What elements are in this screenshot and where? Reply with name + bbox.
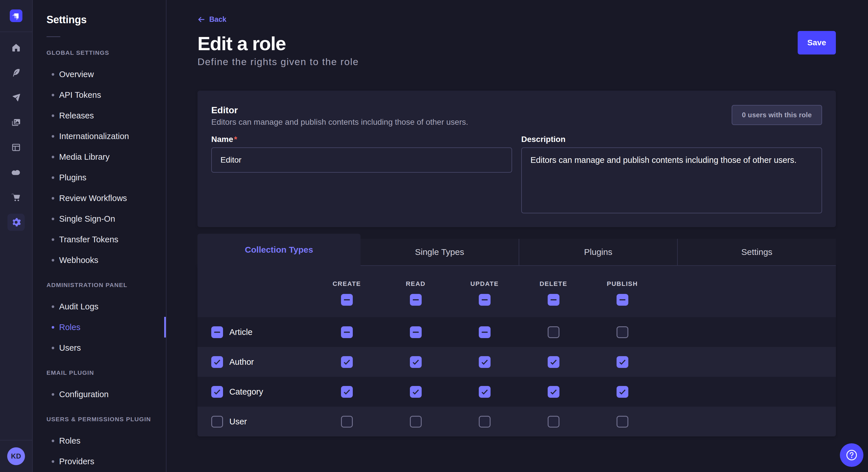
author-publish-checkbox[interactable] (617, 356, 628, 368)
role-description-text: Editors can manage and publish contents … (211, 117, 468, 127)
sidebar-item-review-workflows[interactable]: Review Workflows (33, 188, 166, 208)
avatar[interactable]: KD (7, 447, 25, 465)
sidebar-item-label: Providers (59, 457, 94, 466)
article-delete-checkbox[interactable] (548, 326, 559, 338)
bullet-dot (52, 238, 54, 241)
author-create-checkbox[interactable] (341, 356, 353, 368)
column-header-publish: PUBLISH (607, 279, 638, 288)
sidebar-item-label: Overview (59, 70, 94, 79)
save-button[interactable]: Save (798, 31, 836, 55)
bullet-dot (52, 393, 54, 396)
sidebar-item-plugins[interactable]: Plugins (33, 167, 166, 188)
author-update-checkbox[interactable] (479, 356, 491, 368)
category-delete-checkbox[interactable] (548, 386, 559, 398)
deploy-cloud-icon[interactable] (7, 164, 25, 181)
sidebar-item-overview[interactable]: Overview (33, 64, 166, 85)
strapi-logo[interactable] (10, 9, 22, 22)
bullet-dot (52, 197, 54, 200)
bullet-dot (52, 73, 54, 76)
title-row: Edit a role Save (197, 32, 836, 55)
select-row-article-checkbox[interactable] (211, 326, 223, 338)
select-row-author-checkbox[interactable] (211, 356, 223, 368)
permissions-section: Collection TypesSingle TypesPluginsSetti… (197, 234, 836, 436)
nav-section-label: EMAIL PLUGIN (33, 369, 166, 377)
content-type-builder-icon[interactable] (7, 139, 25, 156)
category-read-checkbox[interactable] (410, 386, 422, 398)
profile-section: KD (0, 440, 32, 472)
user-delete-checkbox[interactable] (548, 416, 559, 428)
category-publish-checkbox[interactable] (617, 386, 628, 398)
bullet-dot (52, 305, 54, 308)
subnav-title: Settings (46, 13, 166, 26)
user-create-checkbox[interactable] (341, 416, 353, 428)
marketplace-cart-icon[interactable] (7, 189, 25, 206)
article-update-checkbox[interactable] (479, 326, 491, 338)
description-field: Description (521, 134, 822, 213)
nav-section-label: ADMINISTRATION PANEL (33, 281, 166, 289)
select-row-category-checkbox[interactable] (211, 386, 223, 398)
sidebar-item-single-sign-on[interactable]: Single Sign-On (33, 208, 166, 229)
article-publish-checkbox[interactable] (617, 326, 628, 338)
tab-plugins[interactable]: Plugins (519, 239, 677, 266)
users-with-role-button[interactable]: 0 users with this role (732, 105, 822, 125)
home-icon[interactable] (7, 39, 25, 56)
bullet-dot (52, 347, 54, 349)
help-button[interactable] (840, 443, 863, 467)
sidebar-item-users[interactable]: Users (33, 338, 166, 358)
bullet-dot (52, 326, 54, 329)
name-input[interactable] (211, 147, 512, 173)
tab-single-types[interactable]: Single Types (361, 239, 519, 266)
settings-gear-icon[interactable] (7, 214, 25, 231)
user-read-checkbox[interactable] (410, 416, 422, 428)
user-update-checkbox[interactable] (479, 416, 491, 428)
bullet-dot (52, 217, 54, 220)
bullet-dot (52, 176, 54, 179)
sidebar-item-label: Roles (59, 323, 81, 332)
select-all-read-checkbox[interactable] (410, 294, 422, 306)
sidebar-item-label: Releases (59, 111, 94, 121)
sidebar-item-internationalization[interactable]: Internationalization (33, 126, 166, 146)
sidebar-item-label: Review Workflows (59, 194, 127, 203)
user-publish-checkbox[interactable] (617, 416, 628, 428)
article-read-checkbox[interactable] (410, 326, 422, 338)
sidebar-item-media-library[interactable]: Media Library (33, 146, 166, 167)
author-delete-checkbox[interactable] (548, 356, 559, 368)
sidebar-item-providers[interactable]: Providers (33, 451, 166, 472)
article-create-checkbox[interactable] (341, 326, 353, 338)
select-all-create-checkbox[interactable] (341, 294, 353, 306)
permissions-tabs: Collection TypesSingle TypesPluginsSetti… (197, 234, 836, 266)
author-read-checkbox[interactable] (410, 356, 422, 368)
sidebar-item-label: Configuration (59, 390, 109, 399)
sidebar-item-configuration[interactable]: Configuration (33, 384, 166, 405)
back-link[interactable]: Back (197, 0, 226, 24)
category-create-checkbox[interactable] (341, 386, 353, 398)
sidebar-item-webhooks[interactable]: Webhooks (33, 250, 166, 270)
content-type-name: Category (229, 387, 263, 397)
bullet-dot (52, 94, 54, 96)
bullet-dot (52, 440, 54, 442)
permission-row-author: Author (197, 347, 836, 377)
sidebar-item-roles[interactable]: Roles (33, 317, 166, 338)
content-feather-icon[interactable] (7, 64, 25, 81)
description-field-label: Description (521, 134, 822, 144)
select-all-delete-checkbox[interactable] (548, 294, 559, 306)
sidebar-item-audit-logs[interactable]: Audit Logs (33, 296, 166, 317)
category-update-checkbox[interactable] (479, 386, 491, 398)
sidebar-item-api-tokens[interactable]: API Tokens (33, 85, 166, 105)
tab-collection-types[interactable]: Collection Types (197, 234, 361, 266)
logo-section (0, 0, 32, 32)
tab-settings[interactable]: Settings (677, 239, 836, 266)
media-library-icon[interactable] (7, 114, 25, 131)
sidebar-item-transfer-tokens[interactable]: Transfer Tokens (33, 229, 166, 250)
select-all-publish-checkbox[interactable] (617, 294, 628, 306)
sidebar-item-roles[interactable]: Roles (33, 430, 166, 451)
sidebar-item-releases[interactable]: Releases (33, 105, 166, 126)
description-textarea[interactable] (521, 147, 822, 213)
release-send-icon[interactable] (7, 89, 25, 106)
rail-icon-list (0, 32, 32, 239)
select-all-update-checkbox[interactable] (479, 294, 491, 306)
sidebar-item-label: Webhooks (59, 256, 98, 265)
select-row-user-checkbox[interactable] (211, 416, 223, 428)
page-subtitle: Define the rights given to the role (197, 56, 836, 68)
sidebar-item-label: Users (59, 343, 81, 353)
